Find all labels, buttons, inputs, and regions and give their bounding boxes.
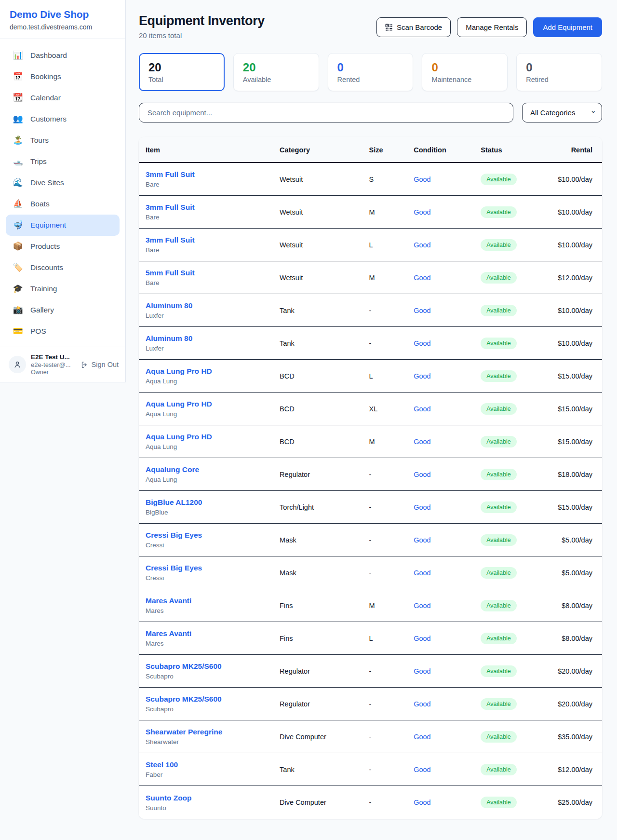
condition-link[interactable]: Good xyxy=(414,602,430,610)
item-name-link[interactable]: Mares Avanti xyxy=(146,629,280,638)
add-equipment-label: Add Equipment xyxy=(543,23,592,31)
item-cell: Cressi Big Eyes Cressi xyxy=(146,531,280,549)
condition-link[interactable]: Good xyxy=(414,503,430,511)
sidebar-item-customers[interactable]: 👥 Customers xyxy=(6,108,120,130)
condition-link[interactable]: Good xyxy=(414,733,430,741)
condition-link[interactable]: Good xyxy=(414,405,430,413)
condition-link[interactable]: Good xyxy=(414,536,430,544)
sidebar-item-label: Gallery xyxy=(30,304,54,316)
dashboard-icon: 📊 xyxy=(13,50,23,61)
sidebar-item-equipment[interactable]: 🤿 Equipment xyxy=(6,215,120,236)
user-box: E2E Test U... e2e-tester@... Owner Sign … xyxy=(0,347,125,382)
table-row: Scubapro MK25/S600 Scubapro Regulator - … xyxy=(139,688,602,720)
sidebar-item-dive-sites[interactable]: 🌊 Dive Sites xyxy=(6,172,120,193)
user-role: Owner xyxy=(31,369,76,376)
item-name-link[interactable]: Aqua Lung Pro HD xyxy=(146,433,280,441)
sidebar-item-pos[interactable]: 💳 POS xyxy=(6,321,120,342)
item-cell: Aqua Lung Pro HD Aqua Lung xyxy=(146,400,280,418)
training-icon: 🎓 xyxy=(13,283,23,295)
stat-card-rented[interactable]: 0 Rented xyxy=(328,53,414,91)
status-badge: Available xyxy=(481,731,517,743)
condition-link[interactable]: Good xyxy=(414,372,430,380)
sidebar-item-label: Dashboard xyxy=(30,50,67,61)
stat-card-retired[interactable]: 0 Retired xyxy=(516,53,602,91)
manage-rentals-button[interactable]: Manage Rentals xyxy=(457,17,527,37)
condition-link[interactable]: Good xyxy=(414,274,430,282)
table-row: Mares Avanti Mares Fins L Good Available… xyxy=(139,622,602,655)
sidebar-item-boats[interactable]: ⛵ Boats xyxy=(6,193,120,215)
item-name-link[interactable]: Steel 100 xyxy=(146,760,280,769)
category-select[interactable]: All Categories xyxy=(522,103,602,122)
search-input[interactable] xyxy=(139,103,513,122)
equipment-table: ItemCategorySizeConditionStatusRental 3m… xyxy=(139,137,602,819)
customers-icon: 👥 xyxy=(13,113,23,125)
brand-name[interactable]: Demo Dive Shop xyxy=(10,9,116,20)
condition-link[interactable]: Good xyxy=(414,438,430,446)
item-name-link[interactable]: 3mm Full Suit xyxy=(146,170,280,179)
sidebar-item-label: Dive Sites xyxy=(30,177,64,189)
status-badge: Available xyxy=(481,633,517,644)
condition-link[interactable]: Good xyxy=(414,176,430,183)
table-row: Mares Avanti Mares Fins M Good Available… xyxy=(139,589,602,622)
stat-card-available[interactable]: 20 Available xyxy=(233,53,319,91)
column-header-item: Item xyxy=(146,146,280,154)
sidebar-item-products[interactable]: 📦 Products xyxy=(6,236,120,257)
sidebar-item-dashboard[interactable]: 📊 Dashboard xyxy=(6,45,120,66)
status-cell: Available xyxy=(481,797,543,808)
item-name-link[interactable]: Scubapro MK25/S600 xyxy=(146,695,280,704)
sidebar-item-discounts[interactable]: 🏷️ Discounts xyxy=(6,257,120,278)
item-name-link[interactable]: Mares Avanti xyxy=(146,596,280,605)
stat-card-maintenance[interactable]: 0 Maintenance xyxy=(422,53,508,91)
item-brand: Mares xyxy=(146,640,280,647)
page-header-text: Equipment Inventory 20 items total xyxy=(139,14,265,40)
item-name-link[interactable]: Aluminum 80 xyxy=(146,334,280,343)
item-name-link[interactable]: 3mm Full Suit xyxy=(146,236,280,244)
condition-link[interactable]: Good xyxy=(414,471,430,478)
condition-link[interactable]: Good xyxy=(414,208,430,216)
condition-link[interactable]: Good xyxy=(414,307,430,314)
item-name-link[interactable]: Aluminum 80 xyxy=(146,301,280,310)
item-name-link[interactable]: Shearwater Peregrine xyxy=(146,728,280,736)
condition-link[interactable]: Good xyxy=(414,766,430,773)
scan-barcode-button[interactable]: Scan Barcode xyxy=(376,17,451,37)
item-name-link[interactable]: Cressi Big Eyes xyxy=(146,531,280,540)
sign-out-button[interactable]: Sign Out xyxy=(80,361,119,369)
item-cell: Mares Avanti Mares xyxy=(146,629,280,647)
column-header-category: Category xyxy=(280,146,369,154)
sidebar-item-bookings[interactable]: 📅 Bookings xyxy=(6,66,120,87)
item-name-link[interactable]: Scubapro MK25/S600 xyxy=(146,662,280,671)
item-name-link[interactable]: Aqualung Core xyxy=(146,465,280,474)
category-cell: BCD xyxy=(280,438,369,446)
status-cell: Available xyxy=(481,370,543,382)
rental-cell: $10.00/day xyxy=(543,339,592,347)
item-name-link[interactable]: Aqua Lung Pro HD xyxy=(146,400,280,408)
sidebar-item-trips[interactable]: 🛥️ Trips xyxy=(6,151,120,172)
condition-link[interactable]: Good xyxy=(414,241,430,249)
item-name-link[interactable]: Cressi Big Eyes xyxy=(146,564,280,572)
sidebar-item-gallery[interactable]: 📸 Gallery xyxy=(6,299,120,321)
scan-barcode-label: Scan Barcode xyxy=(397,23,442,31)
condition-link[interactable]: Good xyxy=(414,339,430,347)
sidebar-item-training[interactable]: 🎓 Training xyxy=(6,278,120,299)
item-name-link[interactable]: Suunto Zoop xyxy=(146,794,280,802)
item-name-link[interactable]: BigBlue AL1200 xyxy=(146,498,280,507)
sidebar-item-tours[interactable]: 🏝️ Tours xyxy=(6,130,120,151)
add-equipment-button[interactable]: Add Equipment xyxy=(533,17,602,37)
item-name-link[interactable]: 5mm Full Suit xyxy=(146,269,280,277)
status-badge: Available xyxy=(481,698,517,710)
condition-link[interactable]: Good xyxy=(414,700,430,708)
item-name-link[interactable]: Aqua Lung Pro HD xyxy=(146,367,280,376)
status-badge: Available xyxy=(481,665,517,677)
status-badge: Available xyxy=(481,305,517,316)
size-cell: - xyxy=(369,667,414,675)
condition-link[interactable]: Good xyxy=(414,799,430,806)
sidebar-item-calendar[interactable]: 📆 Calendar xyxy=(6,87,120,108)
condition-link[interactable]: Good xyxy=(414,667,430,675)
gallery-icon: 📸 xyxy=(13,304,23,316)
rental-cell: $15.00/day xyxy=(543,405,592,413)
item-name-link[interactable]: 3mm Full Suit xyxy=(146,203,280,212)
condition-link[interactable]: Good xyxy=(414,635,430,642)
stat-card-total[interactable]: 20 Total xyxy=(139,53,225,91)
stat-label: Total xyxy=(148,76,215,83)
condition-link[interactable]: Good xyxy=(414,569,430,577)
